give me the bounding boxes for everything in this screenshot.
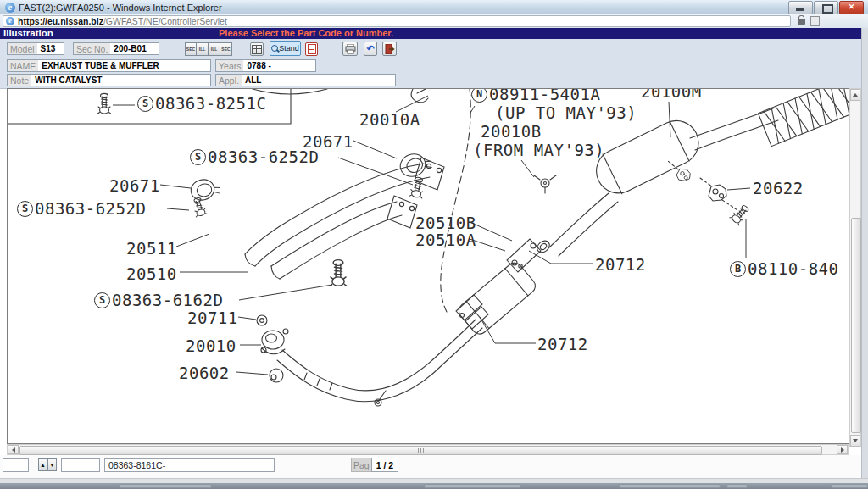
- spin-down-button[interactable]: ▼: [47, 458, 57, 471]
- down-arrow-icon: [853, 439, 858, 442]
- scroll-right-button[interactable]: [837, 445, 848, 454]
- years-value: 0788 -: [243, 61, 274, 70]
- appl-field: Appl. ALL: [215, 74, 396, 86]
- undo-icon: ↶: [366, 43, 374, 54]
- note-value: WITH CATALYST: [31, 75, 105, 85]
- next-section-button[interactable]: SEC: [220, 42, 232, 56]
- scroll-down-button[interactable]: [850, 435, 860, 447]
- taskbar-segment: [424, 484, 521, 488]
- page-label: Pag: [351, 458, 371, 472]
- footer-left-field[interactable]: [3, 458, 29, 472]
- thumb-grip: [423, 448, 424, 453]
- next-illustration-button[interactable]: ILL: [209, 42, 220, 56]
- page-value[interactable]: 1 / 2: [371, 458, 398, 472]
- part-code-input[interactable]: 08363-8161C-: [104, 458, 275, 472]
- part-number-text: 20010A: [359, 110, 420, 129]
- part-number-text: 20010: [186, 336, 236, 355]
- window-right-edge: [861, 28, 868, 478]
- circled-prefix-icon: N: [471, 88, 487, 103]
- sec-no-field: Sec No. 200-B01: [73, 42, 159, 55]
- part-label[interactable]: 20010B: [481, 123, 542, 140]
- part-label[interactable]: 20510A: [415, 231, 476, 248]
- taskbar-segment: [119, 484, 212, 488]
- part-number-text: (FROM MAY'93): [473, 141, 604, 159]
- name-label: NAME: [8, 60, 38, 71]
- vertical-scroll-thumb[interactable]: [851, 218, 861, 433]
- part-label[interactable]: S08363-6162D: [94, 292, 223, 308]
- circled-prefix-icon: S: [17, 201, 33, 217]
- part-label[interactable]: 20511: [126, 240, 177, 257]
- part-label[interactable]: 20010: [186, 337, 236, 354]
- grid-icon: [252, 45, 262, 54]
- part-number-text: 20712: [537, 335, 588, 353]
- part-label[interactable]: (FROM MAY'93): [473, 142, 604, 158]
- print-button[interactable]: [342, 42, 358, 56]
- model-field: Model S13: [7, 42, 64, 55]
- taskbar-strip: [0, 483, 868, 489]
- name-field: NAME EXHAUST TUBE & MUFFLER: [7, 59, 211, 72]
- footer-mid-field[interactable]: [61, 458, 100, 472]
- part-label[interactable]: 20712: [537, 336, 588, 353]
- horizontal-scroll-thumb[interactable]: [19, 446, 822, 455]
- url-host: https://eu.nissan.biz: [18, 16, 103, 26]
- part-number-text: 20510A: [415, 231, 476, 249]
- undo-button[interactable]: ↶: [364, 42, 377, 56]
- part-label[interactable]: 20510B: [415, 214, 476, 231]
- part-label[interactable]: N08911-5401A: [471, 88, 600, 103]
- part-label[interactable]: 20010A: [359, 111, 420, 128]
- close-button[interactable]: ✕: [839, 1, 864, 14]
- up-arrow-icon: [853, 93, 858, 97]
- exit-button[interactable]: [382, 42, 397, 56]
- part-number-text: 20510B: [415, 214, 476, 232]
- minimize-icon: [796, 8, 804, 11]
- scroll-up-button[interactable]: [850, 89, 860, 101]
- part-label[interactable]: B08110-840: [730, 260, 838, 277]
- stand-search-button[interactable]: Stand: [270, 41, 301, 56]
- footer-bar: ▲ ▼ 08363-8161C- Pag 1 / 2: [0, 455, 868, 478]
- part-label[interactable]: 20671: [109, 177, 160, 194]
- part-label[interactable]: (UP TO MAY'93): [495, 104, 637, 121]
- page-field: Pag 1 / 2: [351, 458, 398, 472]
- prev-section-button[interactable]: SEC: [185, 42, 197, 56]
- horizontal-scrollbar[interactable]: [7, 444, 849, 455]
- part-label[interactable]: 20712: [595, 256, 646, 273]
- part-label[interactable]: 20622: [753, 180, 804, 197]
- part-number-text: 20010B: [481, 122, 542, 141]
- ie-favicon: e: [6, 17, 14, 25]
- thumb-grip: [418, 448, 419, 453]
- printer-icon: [345, 44, 356, 54]
- parts-list-button[interactable]: [305, 42, 318, 56]
- part-number-text: (UP TO MAY'93): [495, 103, 637, 122]
- address-row: e https://eu.nissan.biz/GWFAST/NE/Contro…: [0, 14, 868, 29]
- part-label[interactable]: 20711: [187, 309, 238, 326]
- compatibility-page-icon[interactable]: [810, 16, 820, 26]
- part-number-text: 20671: [109, 176, 160, 195]
- lock-icon: [798, 19, 805, 25]
- part-number-text: 20602: [179, 364, 230, 382]
- part-label[interactable]: 20100M: [641, 88, 702, 100]
- appl-value: ALL: [242, 75, 264, 85]
- section-board-button[interactable]: [250, 42, 264, 56]
- address-bar[interactable]: e https://eu.nissan.biz/GWFAST/NE/Contro…: [3, 15, 791, 27]
- part-label[interactable]: 20602: [179, 364, 230, 381]
- left-arrow-icon: [12, 447, 15, 453]
- vertical-scrollbar[interactable]: [849, 88, 861, 447]
- part-number-text: 08363-6252D: [35, 199, 146, 218]
- nav-button-group: SEC ILL ILL SEC: [185, 42, 232, 56]
- part-number-text: 08363-6252D: [208, 147, 319, 166]
- maximize-button[interactable]: [814, 1, 838, 14]
- minimize-button[interactable]: [788, 1, 813, 14]
- years-label: Years: [216, 60, 243, 71]
- taskbar-segment: [831, 484, 868, 488]
- model-label: Model: [8, 43, 37, 54]
- part-label[interactable]: S08363-6252D: [17, 200, 146, 217]
- prev-illustration-button[interactable]: ILL: [197, 42, 209, 56]
- part-label[interactable]: S08363-6252D: [190, 148, 319, 165]
- scroll-left-button[interactable]: [8, 445, 19, 454]
- part-number-text: 20622: [753, 179, 804, 197]
- part-number-text: 20510: [126, 264, 177, 283]
- part-label[interactable]: 20510: [126, 265, 177, 282]
- part-label[interactable]: S08363-8251C: [137, 95, 266, 112]
- circled-prefix-icon: B: [730, 261, 746, 277]
- spin-up-button[interactable]: ▲: [38, 458, 47, 471]
